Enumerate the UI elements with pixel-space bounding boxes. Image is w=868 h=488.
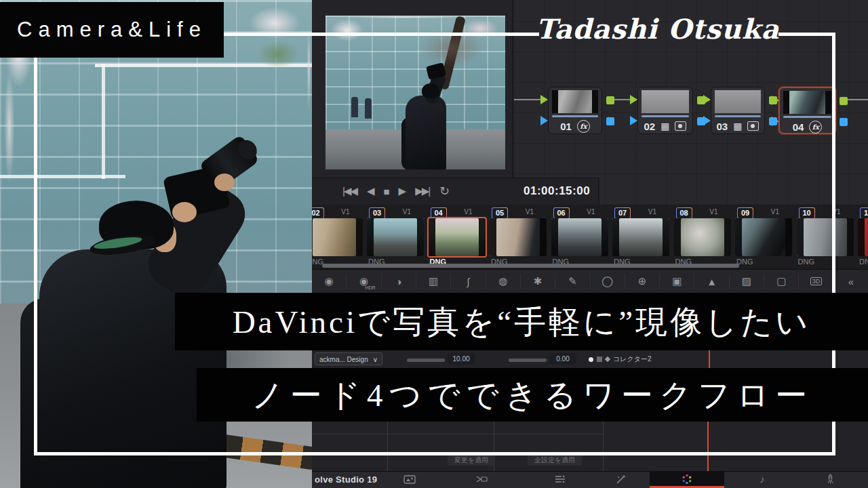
timeline-clip-05[interactable]: 05V1DNG [488, 205, 549, 269]
viewer-image [326, 16, 505, 169]
hdr-wheels-icon[interactable]: ◉HDR [347, 274, 381, 289]
input-blue-icon[interactable] [540, 116, 548, 125]
input-blue-icon[interactable] [772, 117, 779, 126]
tracker-icon[interactable]: ⊕ [625, 274, 660, 289]
timeline-clip-11[interactable]: 11V1DNG [856, 205, 868, 269]
parameter-label [509, 359, 547, 362]
magic-mask-icon: ▣ [672, 275, 682, 287]
color-node-03[interactable]: 03▦ [711, 87, 765, 134]
curves-icon[interactable]: ∫ [451, 274, 486, 289]
frame-left-edge [34, 33, 37, 455]
output-blue-icon[interactable] [840, 118, 848, 126]
inspector-strip: ackma... Design ∨ 10.00 0.00 コレクター2 [312, 350, 868, 368]
color-node-02[interactable]: 02▦ [637, 87, 693, 134]
timeline-scrollbar[interactable] [322, 264, 739, 268]
page-color[interactable] [650, 472, 724, 487]
skip-end-icon[interactable]: ▶▶| [415, 185, 429, 197]
clip-number-badge: 08 [676, 207, 692, 219]
color-node-01[interactable]: 01fx [548, 87, 602, 134]
tracker-icon: ⊕ [638, 275, 647, 287]
sizing-icon: ▥ [429, 275, 438, 287]
clip-number-badge: 04 [431, 207, 447, 219]
input-green-icon[interactable] [772, 96, 779, 105]
photo-foliage-art [258, 41, 298, 68]
keyframe-diamond-icon [605, 357, 610, 362]
timeline-clip-07[interactable]: 07V1DNG [610, 205, 671, 269]
lut-dropdown[interactable]: ackma... Design ∨ [315, 352, 382, 365]
timeline-clip-02[interactable]: 02V1DNG [312, 205, 365, 269]
parameter-value-1[interactable]: 10.00 [448, 353, 475, 365]
parameter-value-2[interactable]: 0.00 [549, 353, 576, 365]
input-blue-icon[interactable] [703, 116, 711, 125]
hdr-label: HDR [365, 285, 375, 290]
clip-format-label: DNG [798, 258, 814, 266]
window-icon[interactable]: ◯ [591, 274, 625, 289]
magic-mask-icon[interactable]: ▣ [660, 274, 694, 289]
noise-reduction-icon[interactable]: ▲ [694, 274, 729, 289]
input-blue-icon[interactable] [630, 116, 637, 125]
output-green-icon[interactable] [840, 97, 848, 105]
color-wheels-icon[interactable]: ◉ [312, 274, 347, 289]
deliver-page-icon [825, 474, 835, 485]
visibility-dot-icon [589, 357, 593, 362]
track-label: V1 [526, 208, 534, 216]
collapse-icon[interactable]: « [834, 274, 868, 289]
input-green-icon[interactable] [703, 95, 711, 104]
stop-icon[interactable]: ■ [384, 186, 389, 197]
pen-icon[interactable]: ✎ [555, 274, 590, 289]
playhead-line[interactable] [709, 350, 710, 368]
clip-number-badge: 10 [799, 207, 815, 219]
viewer-pedestrian [365, 98, 372, 119]
timeline-clip-09[interactable]: 09V1DNG [733, 205, 794, 269]
blur-icon[interactable]: ✱ [521, 274, 555, 289]
stabilizer-icon[interactable]: ▢ [764, 274, 799, 289]
apply-changes-button[interactable]: 変更を適用 [448, 454, 495, 466]
timeline-clip-08[interactable]: 08V1DNG [672, 205, 733, 269]
camera-raw-icon [747, 121, 759, 131]
lower-panel: 変更を適用 全設定を適用 [312, 422, 868, 471]
lut-dropdown-label: ackma... Design [319, 353, 368, 365]
status-bar: olve Studio 19 [312, 471, 868, 488]
track-label: V1 [464, 208, 472, 216]
timeline-clip-06[interactable]: 06V1DNG [549, 205, 610, 269]
clip-thumbnail [797, 218, 854, 256]
color-node-04[interactable]: 04fx [778, 87, 836, 134]
layer-row[interactable]: コレクター2 [589, 353, 652, 365]
page-edit[interactable] [538, 472, 582, 487]
qualifier-icon[interactable]: ◍ [486, 274, 521, 289]
loop-icon[interactable]: ↻ [439, 184, 450, 199]
play-icon[interactable]: ▶ [399, 185, 406, 197]
sizing-icon[interactable]: ▥ [416, 274, 451, 289]
page-cut[interactable] [460, 472, 503, 487]
output-blue-icon[interactable] [606, 117, 614, 125]
clip-number-badge: 11 [860, 207, 868, 219]
clip-number-badge: 05 [492, 207, 508, 219]
node-label-row: 02▦ [638, 119, 692, 134]
page-media[interactable] [388, 472, 431, 487]
page-fusion[interactable] [599, 472, 643, 487]
motion-effects-icon[interactable]: ▨ [730, 274, 764, 289]
palette-toolbar: ◉◉HDR◑▥∫◍✱✎◯⊕▣▲▨▢3D« [312, 269, 868, 293]
stabilizer-icon: ▢ [776, 275, 786, 287]
input-green-icon[interactable] [540, 95, 548, 104]
timeline-clip-10[interactable]: 10V1DNG [795, 205, 856, 269]
color-wheels-icon: ◉ [325, 275, 334, 287]
primaries-bars-icon[interactable]: ◑ [382, 274, 416, 289]
skip-start-icon[interactable]: |◀◀ [342, 185, 357, 197]
timeline-clip-04[interactable]: 04V1DNG [427, 205, 488, 269]
color-page-icon [682, 474, 692, 485]
page-fairlight[interactable]: ♪ [741, 472, 784, 487]
play-reverse-icon[interactable]: ◀ [367, 185, 374, 197]
playhead-line[interactable] [707, 422, 709, 471]
output-green-icon[interactable] [606, 96, 614, 104]
input-green-icon[interactable] [630, 95, 637, 104]
clip-thumbnail [858, 218, 868, 256]
node-thumbnail [552, 90, 598, 113]
qualifier-icon: ◍ [498, 275, 507, 287]
panel-divider [387, 422, 388, 471]
timeline-clip-03[interactable]: 03V1DNG [365, 205, 426, 269]
page-deliver[interactable] [808, 472, 852, 487]
threed-icon[interactable]: 3D [799, 274, 833, 289]
layer-label: コレクター2 [613, 354, 652, 364]
apply-all-button[interactable]: 全設定を適用 [528, 454, 582, 466]
